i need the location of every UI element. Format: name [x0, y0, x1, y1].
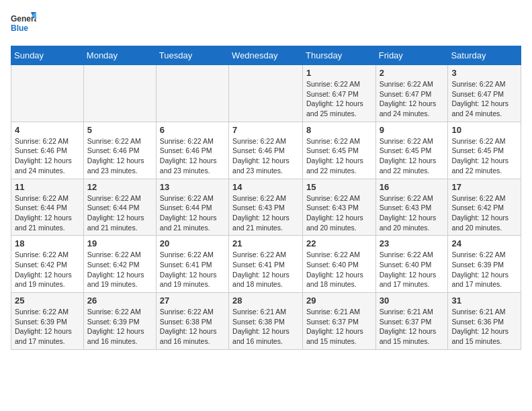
day-number: 31	[451, 295, 517, 306]
day-number: 26	[87, 295, 152, 306]
calendar-cell: 22Sunrise: 6:22 AM Sunset: 6:40 PM Dayli…	[303, 236, 376, 293]
calendar-cell: 12Sunrise: 6:22 AM Sunset: 6:44 PM Dayli…	[83, 179, 156, 236]
header-cell-tuesday: Tuesday	[156, 46, 228, 65]
calendar-cell: 21Sunrise: 6:22 AM Sunset: 6:41 PM Dayli…	[229, 236, 303, 293]
calendar-cell: 18Sunrise: 6:22 AM Sunset: 6:42 PM Dayli…	[11, 236, 84, 293]
calendar-cell: 15Sunrise: 6:22 AM Sunset: 6:43 PM Dayli…	[303, 179, 376, 236]
calendar-cell: 29Sunrise: 6:21 AM Sunset: 6:37 PM Dayli…	[303, 293, 376, 350]
calendar-body: 1Sunrise: 6:22 AM Sunset: 6:47 PM Daylig…	[11, 65, 521, 350]
header-cell-sunday: Sunday	[11, 46, 84, 65]
day-info: Sunrise: 6:22 AM Sunset: 6:39 PM Dayligh…	[87, 307, 152, 347]
day-number: 9	[380, 125, 445, 135]
calendar-week-row: 11Sunrise: 6:22 AM Sunset: 6:44 PM Dayli…	[11, 179, 521, 236]
calendar-cell: 11Sunrise: 6:22 AM Sunset: 6:44 PM Dayli…	[11, 179, 84, 236]
day-number: 8	[306, 125, 372, 135]
day-number: 6	[160, 125, 225, 135]
day-number: 17	[451, 182, 517, 192]
day-number: 22	[306, 238, 372, 248]
calendar-week-row: 18Sunrise: 6:22 AM Sunset: 6:42 PM Dayli…	[11, 236, 521, 293]
day-number: 5	[87, 125, 152, 135]
day-info: Sunrise: 6:22 AM Sunset: 6:45 PM Dayligh…	[451, 136, 517, 176]
day-info: Sunrise: 6:22 AM Sunset: 6:47 PM Dayligh…	[306, 79, 372, 119]
calendar-cell: 17Sunrise: 6:22 AM Sunset: 6:42 PM Dayli…	[448, 179, 521, 236]
day-number: 4	[15, 125, 80, 135]
calendar-cell: 31Sunrise: 6:21 AM Sunset: 6:36 PM Dayli…	[448, 293, 521, 350]
day-info: Sunrise: 6:22 AM Sunset: 6:40 PM Dayligh…	[380, 250, 445, 289]
day-number: 13	[160, 182, 225, 192]
day-number: 14	[232, 182, 299, 192]
logo-svg: General Blue	[11, 11, 36, 36]
calendar-cell: 19Sunrise: 6:22 AM Sunset: 6:42 PM Dayli…	[83, 236, 156, 293]
calendar-cell: 1Sunrise: 6:22 AM Sunset: 6:47 PM Daylig…	[303, 65, 376, 122]
day-number: 12	[87, 182, 152, 192]
day-number: 1	[306, 68, 372, 78]
logo-blue-text: Blue	[11, 24, 28, 33]
calendar-cell	[156, 65, 228, 122]
calendar-cell: 27Sunrise: 6:22 AM Sunset: 6:38 PM Dayli…	[156, 293, 228, 350]
calendar-cell	[83, 65, 156, 122]
day-info: Sunrise: 6:22 AM Sunset: 6:46 PM Dayligh…	[87, 136, 152, 176]
calendar-week-row: 4Sunrise: 6:22 AM Sunset: 6:46 PM Daylig…	[11, 122, 521, 179]
day-info: Sunrise: 6:22 AM Sunset: 6:46 PM Dayligh…	[160, 136, 225, 176]
calendar-cell: 16Sunrise: 6:22 AM Sunset: 6:43 PM Dayli…	[375, 179, 448, 236]
day-info: Sunrise: 6:22 AM Sunset: 6:41 PM Dayligh…	[232, 250, 299, 289]
day-info: Sunrise: 6:22 AM Sunset: 6:42 PM Dayligh…	[87, 250, 152, 289]
calendar-cell: 3Sunrise: 6:22 AM Sunset: 6:47 PM Daylig…	[448, 65, 521, 122]
header-cell-friday: Friday	[375, 46, 448, 65]
day-number: 11	[15, 182, 80, 192]
calendar-table: SundayMondayTuesdayWednesdayThursdayFrid…	[11, 46, 521, 350]
day-number: 20	[160, 238, 225, 248]
day-number: 19	[87, 238, 152, 248]
calendar-week-row: 1Sunrise: 6:22 AM Sunset: 6:47 PM Daylig…	[11, 65, 521, 122]
day-number: 30	[380, 295, 445, 306]
day-info: Sunrise: 6:22 AM Sunset: 6:39 PM Dayligh…	[451, 250, 517, 289]
day-number: 3	[451, 68, 517, 78]
day-info: Sunrise: 6:22 AM Sunset: 6:43 PM Dayligh…	[232, 193, 299, 233]
calendar-cell: 7Sunrise: 6:22 AM Sunset: 6:46 PM Daylig…	[229, 122, 303, 179]
logo-container: General Blue	[11, 11, 36, 39]
calendar-cell: 26Sunrise: 6:22 AM Sunset: 6:39 PM Dayli…	[83, 293, 156, 350]
day-info: Sunrise: 6:22 AM Sunset: 6:44 PM Dayligh…	[15, 193, 80, 233]
day-number: 18	[15, 238, 80, 248]
calendar-header: SundayMondayTuesdayWednesdayThursdayFrid…	[11, 46, 521, 65]
day-number: 25	[15, 295, 80, 306]
header-cell-saturday: Saturday	[448, 46, 521, 65]
day-info: Sunrise: 6:22 AM Sunset: 6:42 PM Dayligh…	[451, 193, 517, 233]
day-number: 7	[232, 125, 299, 135]
calendar-cell: 30Sunrise: 6:21 AM Sunset: 6:37 PM Dayli…	[375, 293, 448, 350]
day-info: Sunrise: 6:22 AM Sunset: 6:45 PM Dayligh…	[380, 136, 445, 176]
day-info: Sunrise: 6:22 AM Sunset: 6:47 PM Dayligh…	[451, 79, 517, 119]
calendar-week-row: 25Sunrise: 6:22 AM Sunset: 6:39 PM Dayli…	[11, 293, 521, 350]
day-info: Sunrise: 6:22 AM Sunset: 6:45 PM Dayligh…	[306, 136, 372, 176]
day-number: 16	[380, 182, 445, 192]
day-number: 21	[232, 238, 299, 248]
day-number: 24	[451, 238, 517, 248]
day-number: 28	[232, 295, 299, 306]
calendar-cell: 14Sunrise: 6:22 AM Sunset: 6:43 PM Dayli…	[229, 179, 303, 236]
day-number: 10	[451, 125, 517, 135]
calendar-cell: 25Sunrise: 6:22 AM Sunset: 6:39 PM Dayli…	[11, 293, 84, 350]
header-cell-monday: Monday	[83, 46, 156, 65]
day-info: Sunrise: 6:22 AM Sunset: 6:43 PM Dayligh…	[380, 193, 445, 233]
calendar-cell: 20Sunrise: 6:22 AM Sunset: 6:41 PM Dayli…	[156, 236, 228, 293]
calendar-cell: 23Sunrise: 6:22 AM Sunset: 6:40 PM Dayli…	[375, 236, 448, 293]
day-info: Sunrise: 6:22 AM Sunset: 6:47 PM Dayligh…	[380, 79, 445, 119]
day-number: 27	[160, 295, 225, 306]
day-info: Sunrise: 6:22 AM Sunset: 6:44 PM Dayligh…	[160, 193, 225, 233]
day-info: Sunrise: 6:21 AM Sunset: 6:38 PM Dayligh…	[232, 307, 299, 347]
calendar-cell: 6Sunrise: 6:22 AM Sunset: 6:46 PM Daylig…	[156, 122, 228, 179]
day-number: 23	[380, 238, 445, 248]
day-info: Sunrise: 6:22 AM Sunset: 6:43 PM Dayligh…	[306, 193, 372, 233]
calendar-cell: 5Sunrise: 6:22 AM Sunset: 6:46 PM Daylig…	[83, 122, 156, 179]
page-header: General Blue	[11, 11, 521, 39]
header-row: SundayMondayTuesdayWednesdayThursdayFrid…	[11, 46, 521, 65]
calendar-cell: 13Sunrise: 6:22 AM Sunset: 6:44 PM Dayli…	[156, 179, 228, 236]
day-info: Sunrise: 6:22 AM Sunset: 6:38 PM Dayligh…	[160, 307, 225, 347]
day-info: Sunrise: 6:22 AM Sunset: 6:44 PM Dayligh…	[87, 193, 152, 233]
calendar-cell: 9Sunrise: 6:22 AM Sunset: 6:45 PM Daylig…	[375, 122, 448, 179]
header-cell-thursday: Thursday	[303, 46, 376, 65]
calendar-cell	[11, 65, 84, 122]
calendar-cell: 8Sunrise: 6:22 AM Sunset: 6:45 PM Daylig…	[303, 122, 376, 179]
day-info: Sunrise: 6:22 AM Sunset: 6:40 PM Dayligh…	[306, 250, 372, 289]
day-info: Sunrise: 6:22 AM Sunset: 6:39 PM Dayligh…	[15, 307, 80, 347]
